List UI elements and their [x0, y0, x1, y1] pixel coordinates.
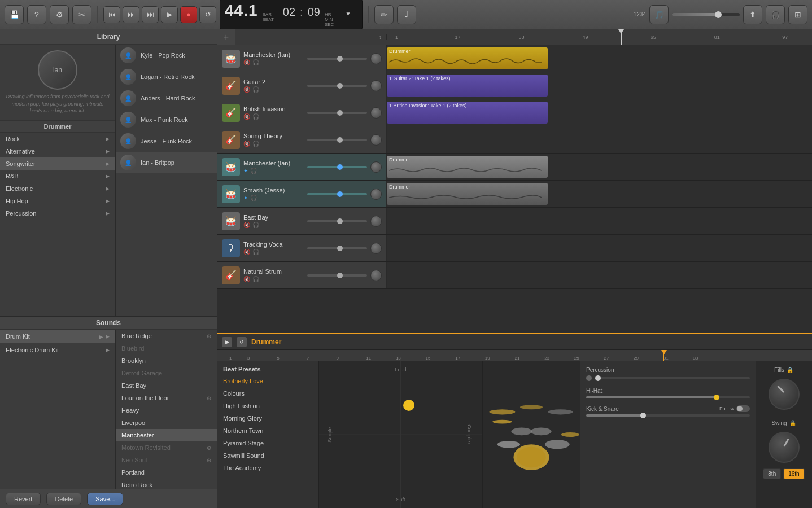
settings-button[interactable]: ⚙ [50, 5, 69, 24]
mute-icon-7[interactable]: 🔇 [243, 249, 250, 255]
mute-icon-6[interactable]: 🔇 [243, 222, 250, 228]
beat-preset-sawmill-sound[interactable]: Sawmill Sound [217, 449, 318, 462]
fills-dial[interactable] [769, 379, 800, 410]
headphone-icon-5[interactable]: 🎧 [250, 195, 257, 201]
rewind-button[interactable]: ⏮ [103, 6, 120, 23]
delete-button[interactable]: Delete [46, 493, 81, 505]
headphone-icon-2[interactable]: 🎧 [252, 113, 259, 120]
headphone-button[interactable]: 🎧 [766, 5, 785, 24]
volume-knob[interactable] [715, 11, 722, 18]
note-16th-button[interactable]: 16th [783, 468, 804, 479]
beat-preset-academy[interactable]: The Academy [217, 462, 318, 474]
track-pan-2[interactable] [370, 107, 382, 119]
clip-guitar-2[interactable]: 1 British Invasion: Take 1 (2 takes) [387, 102, 548, 124]
fader-knob-4[interactable] [337, 164, 343, 170]
editor-loop-btn[interactable]: ↺ [237, 337, 247, 347]
play-button[interactable]: ▶ [161, 6, 178, 23]
percussion-knob[interactable] [595, 375, 601, 381]
follow-toggle[interactable] [736, 405, 750, 412]
beat-preset-colours[interactable]: Colours [217, 387, 318, 400]
track-pan-1[interactable] [370, 80, 382, 91]
mute-icon-3[interactable]: 🔇 [243, 141, 250, 147]
genre-rock[interactable]: Rock ▶ [0, 133, 115, 145]
beat-preset-northern-town[interactable]: Northern Town [217, 424, 318, 437]
cut-button[interactable]: ✂ [72, 5, 91, 24]
drum-viz-panel[interactable]: Loud Soft Simple Complex [319, 361, 483, 508]
mute-icon-2[interactable]: 🔇 [243, 113, 250, 120]
fader-knob-8[interactable] [337, 273, 343, 278]
preset-portland[interactable]: Portland [116, 466, 217, 479]
mute-icon-0[interactable]: 🔇 [243, 59, 250, 65]
preset-heavy[interactable]: Heavy [116, 404, 217, 417]
add-track-button[interactable]: + [217, 29, 235, 45]
tuner-button[interactable]: 🎵 [649, 5, 669, 24]
track-pan-5[interactable] [370, 189, 382, 200]
preset-four-floor[interactable]: Four on the Floor ⊕ [116, 392, 217, 404]
preset-liverpool[interactable]: Liverpool [116, 417, 217, 429]
fast-forward-button[interactable]: ⏭ [123, 6, 139, 23]
floor-tom[interactable] [545, 440, 570, 449]
loop-button[interactable]: ↺ [199, 6, 216, 23]
fills-lock-icon[interactable]: 🔒 [787, 367, 793, 373]
grid-button[interactable]: ⊞ [788, 5, 807, 24]
record-button[interactable]: ● [180, 6, 197, 23]
crash-cymbal[interactable] [561, 432, 579, 437]
drummer-anders[interactable]: 👤 Anders - Hard Rock [116, 87, 217, 109]
fader-knob-3[interactable] [337, 137, 343, 143]
beat-preset-high-fashion[interactable]: High Fashion [217, 400, 318, 412]
drummer-logan[interactable]: 👤 Logan - Retro Rock [116, 66, 217, 87]
tracks-scroll[interactable]: 🥁 Manchester (Ian) 🔇 🎧 [217, 45, 812, 333]
time-dropdown[interactable]: ▼ [338, 5, 357, 24]
drummer-max[interactable]: 👤 Max - Punk Rock [116, 109, 217, 130]
fader-track-8[interactable] [307, 274, 368, 277]
hihat-slider[interactable] [586, 396, 750, 398]
cymbal-right[interactable] [548, 409, 573, 414]
fader-track-6[interactable] [307, 220, 368, 222]
fader-track-4[interactable] [307, 166, 368, 168]
track-pan-7[interactable] [370, 243, 382, 254]
pencil-button[interactable]: ✏ [374, 5, 394, 24]
snare[interactable] [497, 441, 520, 448]
save-button[interactable]: Save... [87, 493, 123, 505]
fader-track-3[interactable] [307, 139, 368, 141]
preset-bluebird[interactable]: Bluebird [116, 342, 217, 354]
fader-knob-5[interactable] [337, 191, 343, 197]
headphone-icon-3[interactable]: 🎧 [252, 141, 259, 147]
skip-button[interactable]: ⏭ [142, 6, 159, 23]
clip-drummer-5[interactable]: Drummer [387, 183, 548, 205]
editor-play-btn[interactable]: ▶ [222, 337, 232, 347]
hihat[interactable] [492, 420, 512, 424]
kick-snare-slider[interactable] [586, 414, 750, 417]
headphone-icon-4[interactable]: 🎧 [250, 168, 257, 174]
tom-1[interactable] [511, 427, 532, 435]
headphone-icon-1[interactable]: 🎧 [252, 86, 259, 93]
beat-preset-morning-glory[interactable]: Morning Glory [217, 412, 318, 424]
cymbal-center[interactable] [520, 405, 543, 409]
headphone-icon-0[interactable]: 🎧 [252, 59, 259, 65]
mute-icon-5[interactable]: ✦ [243, 195, 248, 201]
share-button[interactable]: ⬆ [743, 5, 762, 24]
fader-track-5[interactable] [307, 193, 368, 195]
save-button[interactable]: 💾 [5, 5, 24, 24]
fader-knob-6[interactable] [337, 218, 343, 224]
kit-drum[interactable]: Drum Kit ▶ ▶ [0, 330, 115, 343]
preset-motown[interactable]: Motown Revisited ⊕ [116, 441, 217, 454]
track-pan-6[interactable] [370, 216, 382, 227]
headphone-icon-6[interactable]: 🎧 [252, 222, 259, 228]
clip-drummer-4[interactable]: Drummer [387, 156, 548, 178]
genre-percussion[interactable]: Percussion ▶ [0, 207, 115, 220]
preset-blue-ridge[interactable]: Blue Ridge ⊕ [116, 330, 217, 342]
revert-button[interactable]: Revert [6, 493, 41, 505]
track-pan-0[interactable] [370, 53, 382, 64]
fader-knob-2[interactable] [337, 110, 343, 116]
drummer-ian[interactable]: 👤 Ian - Britpop [116, 152, 217, 173]
preset-retro-rock[interactable]: Retro Rock [116, 479, 217, 489]
chord-button[interactable]: ♩ [397, 5, 416, 24]
preset-neo-soul[interactable]: Neo Soul ⊕ [116, 454, 217, 466]
genre-songwriter[interactable]: Songwriter ▶ [0, 157, 115, 170]
beat-preset-brotherly-love[interactable]: Brotherly Love [217, 375, 318, 387]
drum-position-dot[interactable] [403, 400, 414, 411]
kit-electronic[interactable]: Electronic Drum Kit ▶ [0, 343, 115, 357]
beat-preset-pyramid-stage[interactable]: Pyramid Stage [217, 437, 318, 449]
track-pan-8[interactable] [370, 270, 382, 281]
